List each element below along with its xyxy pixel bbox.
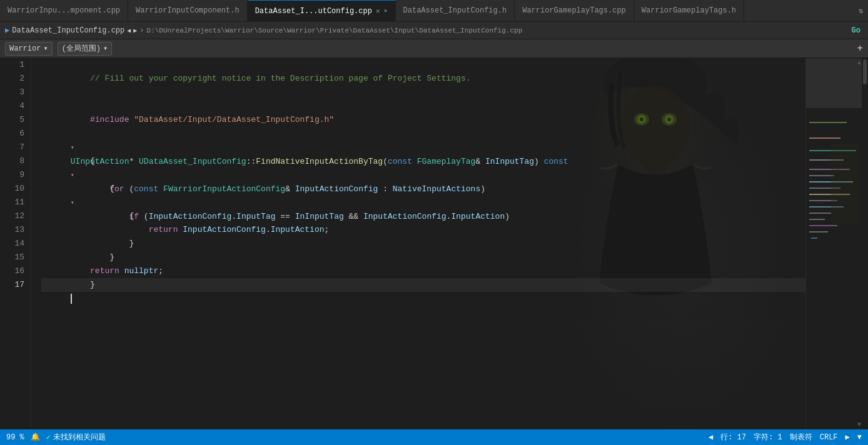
scope-label: (全局范围) xyxy=(62,43,101,54)
tab-label: DataAsset_InputConfig.h xyxy=(403,6,507,15)
scroll-down-icon[interactable]: ▼ xyxy=(857,433,862,442)
code-line-8: ▾ for (const FWarriorInputActionConfig& … xyxy=(41,154,805,168)
line-numbers: 1 2 3 4 5 6 7 8 9 10 11 12 13 14 15 16 1… xyxy=(0,58,31,429)
svg-rect-9 xyxy=(809,122,847,123)
line-info: 行: 17 xyxy=(720,432,746,442)
line-num-13: 13 xyxy=(0,223,24,237)
breadcrumb-nav-back[interactable]: ◀ xyxy=(127,27,131,34)
tab-label: DataAsset_I...utConfig.cpp xyxy=(255,7,372,16)
tab-bar: WarriorInpu...mponent.cpp WarriorInputCo… xyxy=(0,0,868,22)
status-left: 99 % 🔔 ✔ 未找到相关问题 xyxy=(6,432,106,442)
breadcrumb-arrow-left[interactable]: ▶ xyxy=(5,26,9,35)
vertical-scrollbar[interactable] xyxy=(862,58,868,429)
editor-container: 1 2 3 4 5 6 7 8 9 10 11 12 13 14 15 16 1… xyxy=(0,58,868,429)
line-ending-info: CRLF xyxy=(820,433,838,442)
line-num-8: 8 xyxy=(0,154,24,168)
encoding-info: 制表符 xyxy=(790,432,812,442)
tab-warrior-input-comp-h[interactable]: WarriorInputComponent.h xyxy=(128,0,248,21)
line-num-2: 2 xyxy=(0,72,24,86)
project-label: Warrior xyxy=(9,44,41,53)
line-num-4: 4 xyxy=(0,99,24,113)
tab-warrior-gameplay-tags-h[interactable]: WarriorGameplayTags.h xyxy=(634,0,744,21)
code-line-14: } xyxy=(41,237,805,251)
code-line-5 xyxy=(41,113,805,127)
zoom-label: 99 % xyxy=(6,433,24,442)
check-icon: ✔ xyxy=(46,432,51,442)
line-num-11: 11 xyxy=(0,196,24,209)
code-line-3 xyxy=(41,86,805,99)
tab-warrior-gameplay-tags-cpp[interactable]: WarriorGameplayTags.cpp xyxy=(515,0,634,21)
line-num-12: 12 xyxy=(0,209,24,223)
svg-rect-25 xyxy=(831,144,859,225)
line-num-7: 7 xyxy=(0,141,24,154)
minimap[interactable]: ▲ ▼ xyxy=(805,58,862,429)
svg-rect-20 xyxy=(809,212,831,214)
svg-rect-14 xyxy=(809,175,834,176)
tab-dataasset-inputconfig-h[interactable]: DataAsset_InputConfig.h xyxy=(396,0,515,21)
project-dropdown[interactable]: Warrior ▾ xyxy=(5,42,53,56)
status-right: ◀ 行: 17 字符: 1 制表符 CRLF ▶ ▼ xyxy=(709,432,862,442)
chevron-down-icon: ▾ xyxy=(43,44,48,53)
tab-modified-icon: ● xyxy=(384,8,388,14)
scroll-right-icon[interactable]: ▶ xyxy=(845,432,850,442)
line-num-1: 1 xyxy=(0,58,24,72)
no-problems-label: 未找到相关问题 xyxy=(53,432,106,442)
line-num-6: 6 xyxy=(0,127,24,141)
line-num-5: 5 xyxy=(0,113,24,127)
svg-rect-21 xyxy=(809,219,825,220)
code-line-6: ▾ UInputAction* UDataAsset_InputConfig::… xyxy=(41,127,805,141)
toolbar: Warrior ▾ (全局范围) ▾ + xyxy=(0,39,868,58)
code-line-15: return nullptr; xyxy=(41,251,805,264)
tab-label: WarriorGameplayTags.h xyxy=(642,6,736,15)
line-num-16: 16 xyxy=(0,264,24,278)
tab-label: WarriorInputComponent.h xyxy=(136,6,240,15)
scroll-left-icon[interactable]: ◀ xyxy=(709,432,713,442)
go-button[interactable]: Go xyxy=(852,26,860,35)
status-no-problems[interactable]: ✔ 未找到相关问题 xyxy=(46,432,106,442)
scrollbar-thumb[interactable] xyxy=(863,59,867,84)
code-line-13: } xyxy=(41,223,805,237)
col-info: 字符: 1 xyxy=(754,432,782,442)
minimap-scroll-up[interactable]: ▲ xyxy=(857,59,861,66)
tab-warrior-input-comp-cpp[interactable]: WarriorInpu...mponent.cpp xyxy=(0,0,128,21)
overflow-tabs-icon[interactable]: ⇅ xyxy=(859,6,863,16)
code-line-1: // Fill out your copyright notice in the… xyxy=(41,58,805,72)
tab-label: WarriorGameplayTags.cpp xyxy=(522,6,626,15)
minimap-scroll-down[interactable]: ▼ xyxy=(857,421,861,428)
scope-dropdown[interactable]: (全局范围) ▾ xyxy=(58,42,113,56)
breadcrumb-nav-fwd[interactable]: ▶ xyxy=(133,27,137,34)
code-line-17 xyxy=(41,278,805,292)
code-line-10: ▾ if (InputActionConfig.InputTag == InIn… xyxy=(41,182,805,196)
text-cursor xyxy=(71,294,72,304)
add-tab-button[interactable]: + xyxy=(857,43,863,54)
minimap-viewport xyxy=(806,58,862,108)
breadcrumb-file[interactable]: DataAsset_InputConfig.cpp xyxy=(12,26,124,35)
status-bar: 99 % 🔔 ✔ 未找到相关问题 ◀ 行: 17 字符: 1 制表符 CRLF … xyxy=(0,429,868,445)
svg-rect-24 xyxy=(811,238,817,239)
code-line-16: } xyxy=(41,264,805,278)
code-line-11: { xyxy=(41,196,805,209)
svg-rect-22 xyxy=(809,225,837,226)
status-bell[interactable]: 🔔 xyxy=(31,432,40,442)
svg-rect-23 xyxy=(809,231,828,232)
code-area[interactable]: // Fill out your copyright notice in the… xyxy=(31,58,805,429)
breadcrumb-separator: › xyxy=(139,26,144,35)
svg-rect-10 xyxy=(809,138,840,139)
code-line-9: { xyxy=(41,168,805,182)
chevron-down-icon: ▾ xyxy=(103,44,108,53)
tab-dataasset-inputconfig-cpp[interactable]: DataAsset_I...utConfig.cpp ✕ ● xyxy=(248,0,396,21)
line-num-9: 9 xyxy=(0,168,24,182)
line-num-10: 10 xyxy=(0,182,24,196)
breadcrumb-bar: ▶ DataAsset_InputConfig.cpp ◀ ▶ › D:\DUn… xyxy=(0,22,868,39)
bell-icon: 🔔 xyxy=(31,432,40,442)
line-num-17: 17 xyxy=(0,278,24,292)
code-line-2 xyxy=(41,72,805,86)
tab-close-icon[interactable]: ✕ xyxy=(376,7,380,15)
code-line-7: { xyxy=(41,141,805,154)
tab-actions: ⇅ xyxy=(854,6,868,16)
code-line-4: #include "DataAsset/Input/DataAsset_Inpu… xyxy=(41,99,805,113)
line-num-15: 15 xyxy=(0,251,24,264)
line-num-3: 3 xyxy=(0,86,24,99)
line-num-14: 14 xyxy=(0,237,24,251)
status-zoom[interactable]: 99 % xyxy=(6,433,24,442)
